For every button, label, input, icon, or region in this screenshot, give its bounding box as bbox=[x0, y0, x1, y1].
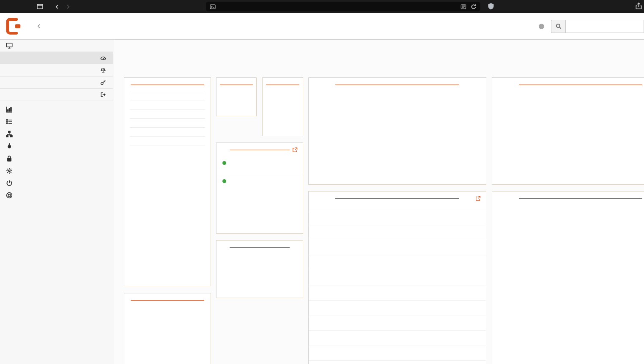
forward-button[interactable] bbox=[66, 4, 71, 9]
dashboard-content bbox=[114, 40, 644, 364]
widget-title bbox=[492, 78, 644, 85]
services-widget bbox=[308, 191, 486, 364]
disk-gauge bbox=[265, 86, 301, 107]
service-row bbox=[309, 315, 486, 331]
cpu-widget bbox=[124, 293, 211, 364]
widget-title bbox=[492, 192, 644, 198]
announcements-widget bbox=[216, 240, 303, 298]
service-row bbox=[309, 255, 486, 271]
sidebar-item-reporting[interactable] bbox=[0, 103, 113, 115]
service-row bbox=[309, 285, 486, 301]
sidebar-item-license[interactable] bbox=[0, 64, 113, 77]
reader-mode-icon[interactable] bbox=[460, 4, 466, 10]
sitemap-icon bbox=[6, 131, 13, 137]
traffic-graph-widget bbox=[492, 191, 644, 364]
disk-widget bbox=[262, 77, 303, 136]
sysinfo-row bbox=[130, 145, 205, 154]
service-row bbox=[309, 345, 486, 361]
cpu-model bbox=[124, 301, 211, 305]
sidebar-item-power[interactable] bbox=[0, 177, 113, 189]
tachometer-icon bbox=[100, 55, 106, 61]
widget-title bbox=[309, 192, 486, 198]
reload-icon[interactable] bbox=[471, 4, 477, 10]
memory-gauge bbox=[219, 86, 254, 107]
desktop-icon bbox=[6, 42, 13, 49]
firewall-legend-swatch bbox=[501, 137, 518, 141]
life-ring-icon bbox=[6, 192, 13, 199]
search-button[interactable] bbox=[551, 20, 565, 33]
search-input[interactable] bbox=[565, 20, 644, 33]
sysinfo-row bbox=[130, 101, 205, 110]
back-button[interactable] bbox=[55, 4, 60, 9]
app-header bbox=[0, 13, 644, 40]
sidebar-item-firewall[interactable] bbox=[0, 140, 113, 152]
browser-titlebar bbox=[0, 0, 644, 13]
balance-scale-icon bbox=[100, 67, 106, 73]
external-link-icon[interactable] bbox=[475, 196, 481, 201]
memory-widget bbox=[216, 77, 257, 116]
share-button[interactable] bbox=[635, 3, 642, 10]
power-icon bbox=[6, 180, 13, 186]
widget-title bbox=[216, 241, 303, 247]
gateways-widget bbox=[216, 142, 303, 234]
sidebar-item-lobby[interactable] bbox=[0, 40, 113, 52]
widget-title bbox=[124, 293, 211, 300]
service-row bbox=[309, 331, 486, 346]
widget-title bbox=[263, 78, 303, 85]
sidebar-item-logout[interactable] bbox=[0, 89, 113, 101]
bar-chart-icon bbox=[6, 106, 13, 113]
sign-out-icon bbox=[100, 92, 106, 98]
sidebar-item-password[interactable] bbox=[0, 77, 113, 89]
opnsense-logo bbox=[4, 16, 24, 36]
sysinfo-row bbox=[130, 92, 205, 101]
cpu-usage-chart bbox=[129, 307, 201, 330]
private-window-icon bbox=[37, 3, 43, 10]
widget-title bbox=[216, 78, 256, 85]
minimize-button[interactable] bbox=[14, 4, 19, 9]
sidebar-item-help[interactable] bbox=[0, 189, 113, 201]
traffic-out-chart bbox=[494, 300, 644, 364]
widget-title bbox=[309, 78, 486, 85]
service-row bbox=[309, 210, 486, 225]
tracking-shield-icon[interactable] bbox=[488, 3, 494, 10]
gateway-row bbox=[216, 174, 303, 192]
sysinfo-row bbox=[130, 137, 205, 145]
collapse-sidebar-button[interactable] bbox=[36, 24, 41, 29]
key-icon bbox=[100, 79, 106, 85]
sidebar-item-dashboard[interactable] bbox=[0, 52, 113, 64]
close-button[interactable] bbox=[5, 4, 11, 9]
interface-statistics-widget bbox=[308, 77, 486, 185]
service-row bbox=[309, 270, 486, 285]
firewall-donut-chart bbox=[555, 90, 635, 170]
service-row bbox=[309, 240, 486, 255]
sidebar bbox=[0, 40, 113, 364]
external-link-icon[interactable] bbox=[292, 147, 298, 153]
interface-statistics-donut-chart bbox=[357, 90, 438, 170]
list-icon bbox=[6, 118, 13, 125]
search-icon bbox=[556, 23, 562, 29]
fire-icon bbox=[6, 143, 13, 150]
firewall-widget bbox=[492, 77, 644, 185]
sidebar-item-vpn[interactable] bbox=[0, 152, 113, 164]
widget-title bbox=[124, 78, 211, 85]
service-row bbox=[309, 301, 486, 316]
sidebar-item-interfaces[interactable] bbox=[0, 128, 113, 140]
gateway-status-dot bbox=[222, 179, 226, 183]
sysinfo-row bbox=[130, 110, 205, 119]
sysinfo-row bbox=[130, 128, 205, 137]
sysinfo-row bbox=[130, 119, 205, 128]
url-bar[interactable] bbox=[206, 2, 480, 11]
lock-icon bbox=[6, 155, 13, 162]
sidebar-item-system[interactable] bbox=[0, 115, 113, 128]
service-row bbox=[309, 225, 486, 241]
sidebar-item-services[interactable] bbox=[0, 164, 113, 177]
gear-icon bbox=[6, 167, 13, 174]
gateway-row bbox=[216, 156, 303, 174]
window-controls bbox=[5, 4, 27, 9]
traffic-in-chart bbox=[494, 205, 644, 294]
status-dot bbox=[539, 24, 544, 29]
private-window-tab[interactable] bbox=[37, 3, 46, 10]
site-info-icon[interactable] bbox=[210, 4, 216, 10]
maximize-button[interactable] bbox=[22, 4, 27, 9]
widget-title bbox=[216, 143, 303, 150]
